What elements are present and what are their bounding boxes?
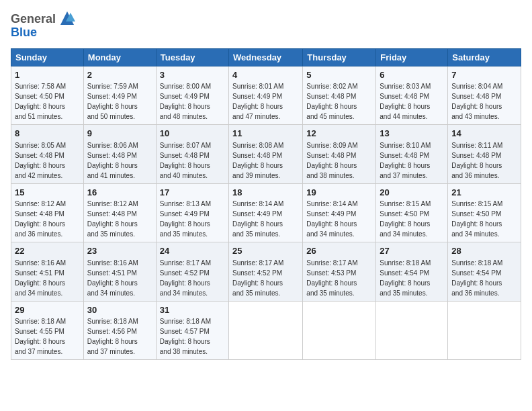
week-row-3: 15Sunrise: 8:12 AMSunset: 4:48 PMDayligh… xyxy=(11,183,521,242)
weekday-header-tuesday: Tuesday xyxy=(156,48,228,66)
day-number: 15 xyxy=(15,187,80,199)
day-number: 20 xyxy=(380,187,444,199)
calendar-table: SundayMondayTuesdayWednesdayThursdayFrid… xyxy=(11,48,521,361)
day-cell: 21Sunrise: 8:15 AMSunset: 4:50 PMDayligh… xyxy=(448,183,521,242)
day-number: 23 xyxy=(87,245,152,257)
day-cell xyxy=(303,301,376,360)
day-cell: 27Sunrise: 8:18 AMSunset: 4:54 PMDayligh… xyxy=(376,242,448,302)
day-cell: 17Sunrise: 8:13 AMSunset: 4:49 PMDayligh… xyxy=(156,183,228,242)
day-number: 25 xyxy=(232,245,299,257)
day-cell xyxy=(229,301,303,360)
day-info: Sunrise: 8:03 AMSunset: 4:48 PMDaylight:… xyxy=(380,83,431,120)
weekday-header-sunday: Sunday xyxy=(11,48,84,66)
logo-blue: Blue xyxy=(11,26,37,39)
day-number: 19 xyxy=(306,187,372,199)
day-cell: 5Sunrise: 8:02 AMSunset: 4:48 PMDaylight… xyxy=(303,66,376,125)
day-cell: 12Sunrise: 8:09 AMSunset: 4:48 PMDayligh… xyxy=(303,125,376,184)
day-cell: 2Sunrise: 7:59 AMSunset: 4:49 PMDaylight… xyxy=(83,66,156,125)
day-number: 4 xyxy=(232,69,299,81)
day-info: Sunrise: 8:07 AMSunset: 4:48 PMDaylight:… xyxy=(160,142,211,179)
day-number: 6 xyxy=(380,69,444,81)
day-info: Sunrise: 8:13 AMSunset: 4:49 PMDaylight:… xyxy=(160,200,211,238)
day-cell: 7Sunrise: 8:04 AMSunset: 4:48 PMDaylight… xyxy=(448,66,521,125)
logo-general: General xyxy=(11,12,56,26)
weekday-header-thursday: Thursday xyxy=(303,48,376,66)
day-cell: 4Sunrise: 8:01 AMSunset: 4:49 PMDaylight… xyxy=(229,66,303,125)
page-container: General Blue SundayMondayTuesdayWednesda… xyxy=(0,0,532,367)
day-info: Sunrise: 8:18 AMSunset: 4:54 PMDaylight:… xyxy=(451,259,502,297)
day-cell: 20Sunrise: 8:15 AMSunset: 4:50 PMDayligh… xyxy=(376,183,448,242)
day-number: 7 xyxy=(451,69,517,81)
day-cell: 30Sunrise: 8:18 AMSunset: 4:56 PMDayligh… xyxy=(83,301,156,360)
weekday-header-monday: Monday xyxy=(83,48,156,66)
day-cell xyxy=(448,301,521,360)
day-info: Sunrise: 8:16 AMSunset: 4:51 PMDaylight:… xyxy=(15,259,66,297)
day-number: 18 xyxy=(232,187,299,199)
weekday-header-wednesday: Wednesday xyxy=(229,48,303,66)
week-row-4: 22Sunrise: 8:16 AMSunset: 4:51 PMDayligh… xyxy=(11,242,521,302)
day-info: Sunrise: 8:17 AMSunset: 4:52 PMDaylight:… xyxy=(232,259,283,297)
day-number: 27 xyxy=(380,245,444,257)
day-number: 2 xyxy=(87,69,152,81)
day-info: Sunrise: 8:18 AMSunset: 4:57 PMDaylight:… xyxy=(160,318,211,355)
day-info: Sunrise: 8:14 AMSunset: 4:49 PMDaylight:… xyxy=(306,200,357,238)
day-cell: 13Sunrise: 8:10 AMSunset: 4:48 PMDayligh… xyxy=(376,125,448,184)
day-number: 26 xyxy=(306,245,372,257)
day-cell xyxy=(376,301,448,360)
day-info: Sunrise: 8:08 AMSunset: 4:48 PMDaylight:… xyxy=(232,142,283,179)
day-number: 3 xyxy=(160,69,225,81)
day-number: 12 xyxy=(306,128,372,140)
day-cell: 15Sunrise: 8:12 AMSunset: 4:48 PMDayligh… xyxy=(11,183,84,242)
day-cell: 19Sunrise: 8:14 AMSunset: 4:49 PMDayligh… xyxy=(303,183,376,242)
week-row-1: 1Sunrise: 7:58 AMSunset: 4:50 PMDaylight… xyxy=(11,66,521,125)
day-number: 17 xyxy=(160,187,225,199)
day-info: Sunrise: 8:14 AMSunset: 4:49 PMDaylight:… xyxy=(232,200,283,238)
week-row-5: 29Sunrise: 8:18 AMSunset: 4:55 PMDayligh… xyxy=(11,301,521,360)
day-cell: 25Sunrise: 8:17 AMSunset: 4:52 PMDayligh… xyxy=(229,242,303,302)
day-info: Sunrise: 8:05 AMSunset: 4:48 PMDaylight:… xyxy=(15,142,66,179)
day-number: 24 xyxy=(160,245,225,257)
weekday-header-saturday: Saturday xyxy=(448,48,521,66)
day-info: Sunrise: 8:00 AMSunset: 4:49 PMDaylight:… xyxy=(160,83,211,120)
day-cell: 6Sunrise: 8:03 AMSunset: 4:48 PMDaylight… xyxy=(376,66,448,125)
day-cell: 1Sunrise: 7:58 AMSunset: 4:50 PMDaylight… xyxy=(11,66,84,125)
day-number: 5 xyxy=(306,69,372,81)
day-info: Sunrise: 8:12 AMSunset: 4:48 PMDaylight:… xyxy=(87,200,138,238)
day-cell: 10Sunrise: 8:07 AMSunset: 4:48 PMDayligh… xyxy=(156,125,228,184)
day-info: Sunrise: 8:09 AMSunset: 4:48 PMDaylight:… xyxy=(306,142,357,179)
day-info: Sunrise: 8:15 AMSunset: 4:50 PMDaylight:… xyxy=(451,200,502,238)
day-info: Sunrise: 8:04 AMSunset: 4:48 PMDaylight:… xyxy=(451,83,502,120)
day-info: Sunrise: 8:12 AMSunset: 4:48 PMDaylight:… xyxy=(15,200,66,238)
day-info: Sunrise: 8:10 AMSunset: 4:48 PMDaylight:… xyxy=(380,142,431,179)
day-info: Sunrise: 8:18 AMSunset: 4:55 PMDaylight:… xyxy=(15,318,66,355)
day-cell: 11Sunrise: 8:08 AMSunset: 4:48 PMDayligh… xyxy=(229,125,303,184)
day-info: Sunrise: 8:18 AMSunset: 4:56 PMDaylight:… xyxy=(87,318,138,355)
day-info: Sunrise: 8:17 AMSunset: 4:52 PMDaylight:… xyxy=(160,259,211,297)
day-cell: 28Sunrise: 8:18 AMSunset: 4:54 PMDayligh… xyxy=(448,242,521,302)
day-number: 8 xyxy=(15,128,80,140)
day-number: 13 xyxy=(380,128,444,140)
day-number: 28 xyxy=(451,245,517,257)
weekday-header-friday: Friday xyxy=(376,48,448,66)
day-number: 22 xyxy=(15,245,80,257)
day-cell: 22Sunrise: 8:16 AMSunset: 4:51 PMDayligh… xyxy=(11,242,84,302)
day-cell: 31Sunrise: 8:18 AMSunset: 4:57 PMDayligh… xyxy=(156,301,228,360)
weekday-header-row: SundayMondayTuesdayWednesdayThursdayFrid… xyxy=(11,48,521,66)
week-row-2: 8Sunrise: 8:05 AMSunset: 4:48 PMDaylight… xyxy=(11,125,521,184)
logo: General Blue xyxy=(11,11,77,40)
day-cell: 14Sunrise: 8:11 AMSunset: 4:48 PMDayligh… xyxy=(448,125,521,184)
day-info: Sunrise: 8:17 AMSunset: 4:53 PMDaylight:… xyxy=(306,259,357,297)
day-info: Sunrise: 7:59 AMSunset: 4:49 PMDaylight:… xyxy=(87,83,138,120)
day-info: Sunrise: 8:01 AMSunset: 4:49 PMDaylight:… xyxy=(232,83,283,120)
day-info: Sunrise: 8:02 AMSunset: 4:48 PMDaylight:… xyxy=(306,83,357,120)
day-cell: 9Sunrise: 8:06 AMSunset: 4:48 PMDaylight… xyxy=(83,125,156,184)
day-number: 31 xyxy=(160,304,225,316)
day-number: 10 xyxy=(160,128,225,140)
day-info: Sunrise: 8:16 AMSunset: 4:51 PMDaylight:… xyxy=(87,259,138,297)
day-info: Sunrise: 8:11 AMSunset: 4:48 PMDaylight:… xyxy=(451,142,502,179)
day-cell: 16Sunrise: 8:12 AMSunset: 4:48 PMDayligh… xyxy=(83,183,156,242)
day-number: 1 xyxy=(15,69,80,81)
day-cell: 24Sunrise: 8:17 AMSunset: 4:52 PMDayligh… xyxy=(156,242,228,302)
day-number: 30 xyxy=(87,304,152,316)
day-cell: 23Sunrise: 8:16 AMSunset: 4:51 PMDayligh… xyxy=(83,242,156,302)
